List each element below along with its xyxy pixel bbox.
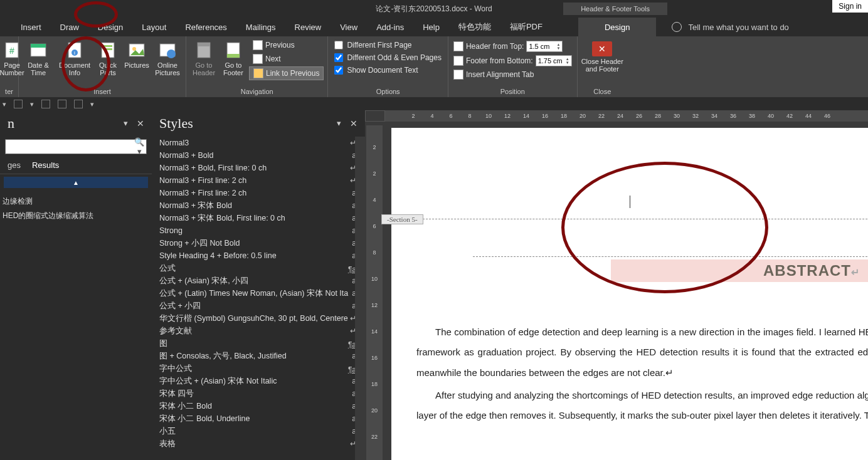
nav-search-input[interactable]: 🔍▾	[5, 139, 147, 154]
style-item[interactable]: Normal3 + First line: 2 cha	[152, 187, 365, 199]
tab-references[interactable]: References	[176, 18, 236, 36]
tab-foxit-pdf[interactable]: 福昕PDF	[500, 18, 552, 36]
style-item[interactable]: 图¶a	[152, 337, 365, 350]
tab-design[interactable]: Design	[88, 18, 132, 36]
style-item[interactable]: 参考文献↵	[152, 325, 365, 337]
style-item[interactable]: 字中公式¶a	[152, 362, 365, 375]
style-item[interactable]: Normal3↵	[152, 137, 365, 149]
nav-tab-results[interactable]: Results	[32, 160, 59, 170]
list-icon[interactable]	[14, 100, 23, 108]
quick-parts-icon	[98, 40, 118, 60]
abstract-heading-highlight: ABSTRACT↵	[611, 259, 868, 282]
style-item[interactable]: 华文行楷 (Symbol) GungsuhChe, 30 pt, Bold, C…	[152, 312, 365, 325]
group-options-label: Options	[332, 86, 444, 97]
style-item[interactable]: Normal3 + Bolda	[152, 149, 365, 162]
style-item[interactable]: 图 + Consolas, 六号, Black, Justifieda	[152, 350, 365, 362]
nav-tab-pages[interactable]: ges	[8, 160, 21, 170]
previous-button[interactable]: Previous	[249, 39, 324, 51]
style-item[interactable]: Style Heading 4 + Before: 0.5 linea	[152, 249, 365, 262]
online-pictures-button[interactable]: Online Pictures	[153, 39, 182, 78]
tab-help[interactable]: Help	[413, 18, 449, 36]
goto-footer-button[interactable]: Go to Footer	[220, 39, 246, 78]
sign-in-button[interactable]: Sign in	[832, 0, 868, 13]
nav-heading-item[interactable]: HED的圈缩式边缘缩减算法	[3, 209, 149, 223]
svg-rect-9	[103, 48, 112, 50]
document-page[interactable]: -Section 5- ABSTRACT↵ The combination of…	[391, 128, 868, 460]
styles-pane-close[interactable]: ✕	[350, 118, 357, 128]
close-icon: ✕	[592, 41, 612, 56]
show-document-text-checkbox[interactable]: Show Document Text	[332, 65, 444, 75]
tab-layout[interactable]: Layout	[132, 18, 176, 36]
ribbon: # Page Number ter Date & Time i Document…	[0, 36, 868, 98]
styles-pane-title: Styles	[159, 115, 193, 132]
date-time-button[interactable]: Date & Time	[23, 39, 54, 78]
nav-pane-close[interactable]: ✕	[137, 118, 144, 128]
different-first-page-checkbox[interactable]: Different First Page	[332, 40, 444, 50]
misc-icon-1[interactable]	[41, 100, 50, 108]
nav-heading-item[interactable]: 边缘检测	[3, 194, 149, 209]
quick-parts-button[interactable]: Quick Parts	[95, 39, 120, 78]
abstract-heading[interactable]: ABSTRACT	[763, 262, 851, 279]
tab-header-footer-design[interactable]: Design	[578, 18, 656, 36]
style-item[interactable]: Normal3 + 宋体 Bold, First line: 0 cha	[152, 212, 365, 224]
svg-text:#: #	[9, 46, 14, 56]
misc-icon-2[interactable]	[58, 100, 66, 108]
style-item[interactable]: Normal3 + Bold, First line: 0 ch↵	[152, 162, 365, 174]
footer-from-bottom-input[interactable]: 1.75 cm▲▼	[536, 55, 572, 66]
pictures-icon	[127, 40, 147, 60]
document-area[interactable]: 2468101214161820222426283032343638404244…	[365, 110, 868, 460]
style-item[interactable]: Normal3 + First line: 2 ch↵	[152, 174, 365, 187]
nav-pane-options[interactable]: ▾	[124, 118, 128, 128]
body-paragraph[interactable]: The combination of edge detection and de…	[416, 322, 868, 383]
tell-me-search[interactable]: Tell me what you want to do	[672, 18, 788, 36]
style-item[interactable]: Strong + 小四 Not Bolda	[152, 237, 365, 249]
style-item[interactable]: 小五a	[152, 425, 365, 437]
tab-review[interactable]: Review	[285, 18, 331, 36]
online-pictures-icon	[157, 40, 177, 60]
tab-special[interactable]: 特色功能	[449, 18, 500, 36]
style-item[interactable]: 宋体 四号a	[152, 387, 365, 400]
style-item[interactable]: 公式 + 小四a	[152, 300, 365, 312]
page-number-button[interactable]: # Page Number	[4, 39, 20, 78]
tab-addins[interactable]: Add-ins	[367, 18, 413, 36]
style-item[interactable]: 公式 + (Asian) 宋体, 小四a	[152, 274, 365, 287]
style-item[interactable]: 字中公式 + (Asian) 宋体 Not Italica	[152, 375, 365, 387]
tab-view[interactable]: View	[331, 18, 367, 36]
tab-draw[interactable]: Draw	[51, 18, 88, 36]
horizontal-ruler[interactable]: 2468101214161820222426283032343638404244…	[385, 110, 868, 122]
styles-scrollbar[interactable]	[355, 137, 365, 460]
svg-rect-17	[227, 54, 240, 58]
style-item[interactable]: 表格↵	[152, 437, 365, 450]
close-header-footer-button[interactable]: ✕ Close Header and Footer	[581, 39, 623, 73]
body-paragraph[interactable]: After studying and analyzing the shortco…	[416, 385, 868, 426]
style-item[interactable]: 宋体 小二 Bold, Underlinea	[152, 412, 365, 425]
style-item[interactable]: Stronga	[152, 224, 365, 237]
styles-pane-options[interactable]: ▾	[337, 118, 341, 128]
footer-bottom-icon	[453, 56, 463, 66]
insert-alignment-tab-button[interactable]: Insert Alignment Tab	[452, 69, 573, 80]
pictures-button[interactable]: Pictures	[123, 39, 151, 70]
nav-collapse-toggle[interactable]: ▲	[4, 177, 148, 188]
style-item[interactable]: 公式 + (Latin) Times New Roman, (Asian) 宋体…	[152, 287, 365, 300]
header-from-top-label: Header from Top:	[466, 42, 524, 51]
nav-search-field[interactable]	[6, 142, 132, 151]
tab-mailings[interactable]: Mailings	[236, 18, 285, 36]
next-button[interactable]: Next	[249, 53, 324, 65]
search-icon[interactable]: 🔍▾	[132, 137, 146, 156]
goto-header-button[interactable]: Go to Header	[190, 39, 218, 78]
misc-icon-3[interactable]	[74, 100, 83, 108]
svg-rect-15	[198, 43, 210, 46]
tab-insert[interactable]: Insert	[11, 18, 51, 36]
style-item[interactable]: Normal3 + 宋体 Bolda	[152, 199, 365, 212]
header-from-top-input[interactable]: 1.5 cm▲▼	[526, 41, 563, 52]
different-odd-even-checkbox[interactable]: Different Odd & Even Pages	[332, 53, 444, 63]
text-cursor	[630, 196, 630, 208]
svg-point-11	[132, 47, 136, 51]
style-item[interactable]: 公式¶a	[152, 262, 365, 274]
header-area[interactable]: -Section 5-	[391, 128, 868, 222]
tell-me-label: Tell me what you want to do	[688, 23, 788, 32]
document-info-button[interactable]: i Document Info	[56, 39, 93, 78]
vertical-ruler[interactable]: 2246810121416182022	[366, 125, 383, 460]
style-item[interactable]: 宋体 小二 Bolda	[152, 400, 365, 412]
link-to-previous-button[interactable]: Link to Previous	[249, 66, 324, 80]
